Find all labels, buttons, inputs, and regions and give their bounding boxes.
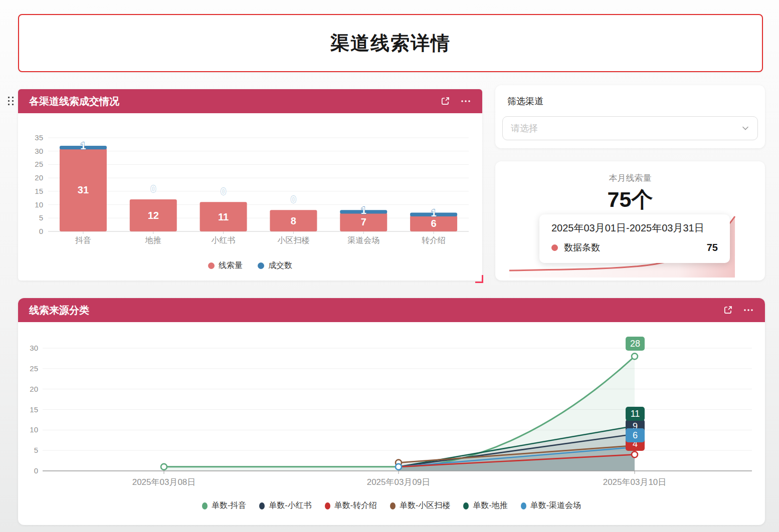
svg-text:7: 7 [361, 216, 366, 227]
channel-filter-select[interactable]: 请选择 [502, 116, 758, 140]
svg-text:20: 20 [30, 385, 38, 393]
monthly-leads-value: 75个 [495, 185, 765, 214]
legend-dot [259, 502, 265, 509]
legend-dot [463, 502, 469, 509]
svg-text:15: 15 [35, 187, 43, 195]
line-chart-legend: 单数-抖音单数-小红书单数-转介绍单数-小区扫楼单数-地推单数-渠道会场 [18, 500, 765, 511]
chevron-down-icon [741, 124, 749, 132]
legend-label: 单数-地推 [473, 500, 507, 511]
tooltip-series-value: 75 [707, 242, 718, 253]
svg-text:转介绍: 转介绍 [422, 236, 446, 244]
svg-text:8: 8 [291, 215, 296, 226]
legend-label: 成交数 [268, 260, 292, 271]
filter-label: 筛选渠道 [507, 95, 543, 107]
more-icon[interactable] [743, 305, 754, 315]
filter-card: 筛选渠道 请选择 [495, 85, 765, 148]
legend-label: 线索量 [219, 260, 243, 271]
svg-text:28: 28 [630, 339, 640, 349]
legend-dot [521, 502, 526, 509]
svg-text:0: 0 [34, 466, 38, 475]
bar-chart-card: 各渠道线索成交情况 05101520253035311抖音120地推110小红书… [18, 89, 482, 281]
legend-item[interactable]: 线索量 [208, 260, 243, 271]
svg-text:15: 15 [30, 405, 38, 414]
svg-text:2025年03月09日: 2025年03月09日 [367, 477, 431, 487]
bar-card-title: 各渠道线索成交情况 [29, 95, 440, 108]
line-card-header: 线索来源分类 [18, 298, 765, 322]
legend-label: 单数-小区扫楼 [400, 500, 450, 511]
svg-text:渠道会场: 渠道会场 [347, 236, 379, 244]
svg-text:1: 1 [431, 207, 437, 218]
svg-text:10: 10 [35, 200, 43, 209]
svg-text:20: 20 [35, 173, 43, 182]
line-card-title: 线索来源分类 [29, 304, 723, 317]
more-icon[interactable] [460, 96, 471, 106]
legend-dot [390, 502, 396, 509]
legend-item[interactable]: 单数-地推 [463, 500, 507, 511]
svg-text:5: 5 [39, 213, 43, 222]
svg-text:抖音: 抖音 [75, 236, 91, 244]
svg-text:2025年03月10日: 2025年03月10日 [603, 477, 667, 487]
tooltip-date-range: 2025年03月01日-2025年03月31日 [551, 221, 704, 235]
svg-text:地推: 地推 [145, 236, 161, 244]
legend-label: 单数-转介绍 [334, 500, 377, 511]
tooltip-series-dot [551, 244, 558, 251]
open-in-new-icon[interactable] [723, 305, 733, 315]
legend-label: 单数-渠道会场 [530, 500, 581, 511]
legend-item[interactable]: 单数-抖音 [202, 500, 246, 511]
legend-dot [202, 502, 208, 509]
svg-text:35: 35 [35, 133, 43, 142]
svg-text:0: 0 [291, 194, 296, 205]
svg-text:5: 5 [34, 446, 38, 454]
legend-item[interactable]: 单数-小区扫楼 [390, 500, 450, 511]
svg-text:25: 25 [30, 364, 38, 373]
line-chart-canvas: 051015202530946116282025年03月08日2025年03月0… [18, 328, 765, 496]
line-chart-card: 线索来源分类 051015202530946116282025年03月08日20… [18, 298, 765, 525]
svg-text:1: 1 [80, 140, 86, 151]
legend-label: 单数-抖音 [212, 500, 246, 511]
svg-text:小红书: 小红书 [212, 236, 236, 244]
svg-text:25: 25 [35, 160, 43, 168]
legend-label: 单数-小红书 [269, 500, 311, 511]
svg-text:0: 0 [150, 183, 156, 194]
monthly-leads-card: 本月线索量 75个 2025年03月01日-2025年03月31日 数据条数 7… [495, 161, 765, 281]
svg-text:0: 0 [39, 227, 43, 235]
svg-text:0: 0 [221, 186, 226, 197]
legend-dot [258, 262, 264, 269]
tooltip-series-name: 数据条数 [564, 241, 701, 253]
svg-text:小区扫楼: 小区扫楼 [277, 236, 309, 244]
legend-item[interactable]: 单数-渠道会场 [521, 500, 581, 511]
monthly-leads-label: 本月线索量 [495, 172, 765, 184]
page-title-banner: 渠道线索详情 [18, 14, 763, 72]
svg-text:30: 30 [30, 344, 38, 352]
svg-text:30: 30 [35, 147, 43, 155]
legend-dot [325, 502, 330, 509]
bar-card-header: 各渠道线索成交情况 [18, 89, 482, 113]
svg-text:6: 6 [633, 430, 638, 440]
resize-corner-icon[interactable] [475, 275, 483, 283]
page-title: 渠道线索详情 [330, 31, 451, 56]
svg-text:31: 31 [78, 184, 89, 195]
svg-text:11: 11 [631, 409, 640, 419]
svg-text:12: 12 [148, 210, 159, 221]
svg-text:1: 1 [361, 205, 366, 216]
bar-chart-legend: 线索量成交数 [18, 260, 482, 271]
svg-text:11: 11 [218, 211, 229, 222]
svg-text:2025年03月08日: 2025年03月08日 [132, 477, 196, 487]
bar-chart-canvas: 05101520253035311抖音120地推110小红书80小区扫楼71渠道… [19, 128, 481, 253]
svg-text:10: 10 [30, 425, 38, 434]
drag-handle-icon[interactable] [8, 97, 14, 106]
legend-item[interactable]: 单数-转介绍 [325, 500, 377, 511]
legend-item[interactable]: 单数-小红书 [259, 500, 311, 511]
legend-item[interactable]: 成交数 [258, 260, 292, 271]
monthly-tooltip: 2025年03月01日-2025年03月31日 数据条数 75 [539, 214, 730, 263]
select-placeholder: 请选择 [511, 122, 741, 134]
svg-text:6: 6 [431, 218, 437, 229]
open-in-new-icon[interactable] [440, 96, 450, 106]
legend-dot [208, 262, 215, 269]
